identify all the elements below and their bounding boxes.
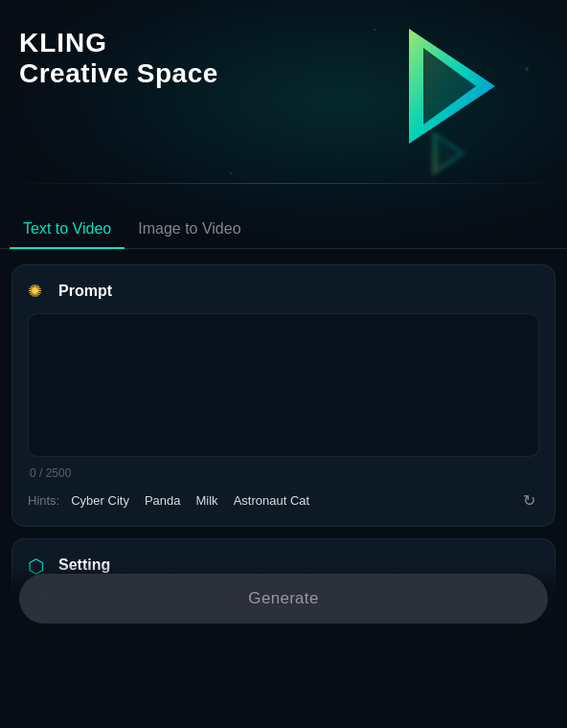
refresh-icon[interactable]: ↻ [518, 489, 539, 511]
hint-chip-milk[interactable]: Milk [193, 491, 222, 510]
header: KLING Creative Space [0, 0, 567, 211]
prompt-icon: ✺ [28, 281, 49, 302]
logo-reflection [385, 125, 510, 182]
prompt-card-header: ✺ Prompt [28, 281, 539, 302]
generate-button[interactable]: Generate [19, 574, 548, 624]
tab-text-to-video[interactable]: Text to Video [10, 211, 125, 249]
hint-chip-panda[interactable]: Panda [141, 491, 185, 510]
char-count: 0 / 2500 [28, 466, 539, 480]
nav-tabs: Text to Video Image to Video [0, 211, 567, 249]
tab-image-to-video[interactable]: Image to Video [125, 211, 254, 249]
hint-chip-astronaut-cat[interactable]: Astronaut Cat [230, 491, 314, 510]
hints-label: Hints: [28, 493, 59, 508]
generate-btn-container: Generate [0, 562, 567, 639]
hints-row: Hints: Cyber City Panda Milk Astronaut C… [28, 489, 539, 511]
hint-chip-cyber-city[interactable]: Cyber City [67, 491, 133, 510]
prompt-textarea[interactable] [28, 313, 539, 457]
prompt-title: Prompt [58, 283, 112, 300]
water-line [0, 183, 567, 184]
prompt-card: ✺ Prompt 0 / 2500 Hints: Cyber City Pand… [11, 264, 556, 527]
